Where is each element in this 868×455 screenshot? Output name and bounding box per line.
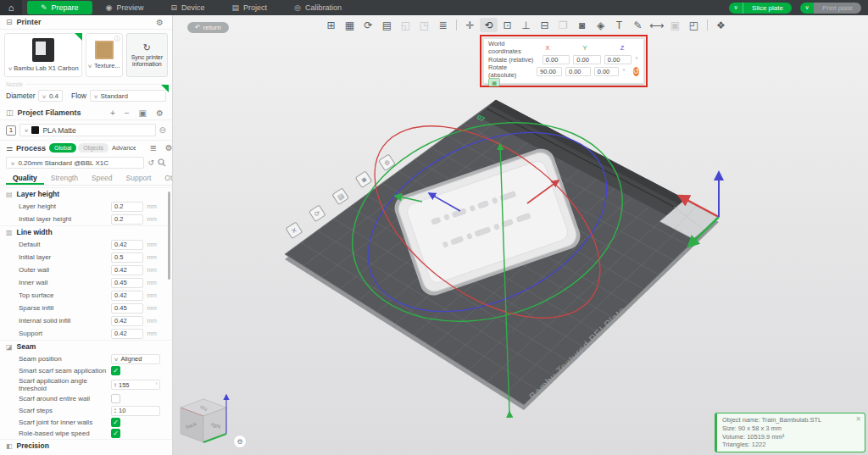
- home-button[interactable]: ⌂: [0, 0, 22, 15]
- param-input[interactable]: 0.42: [111, 265, 143, 275]
- lock-plate-icon[interactable]: ◙: [355, 171, 371, 187]
- rotate-icon[interactable]: ⟲: [480, 18, 498, 32]
- process-tools-icon[interactable]: ⚙: [163, 143, 173, 153]
- delete-plate-icon[interactable]: ✕: [286, 222, 302, 238]
- section-header[interactable]: ▤Layer height: [0, 187, 172, 200]
- filament-settings-icon[interactable]: ⚙: [153, 108, 166, 118]
- process-list-icon[interactable]: ≣: [147, 143, 159, 153]
- place-on-face-icon[interactable]: ⊥: [517, 18, 535, 32]
- spinner-arrows-icon[interactable]: ▲▼: [114, 408, 117, 413]
- measure-icon[interactable]: ⟷: [648, 18, 665, 32]
- primitive-icon[interactable]: ◈: [592, 18, 609, 32]
- section-header[interactable]: ▥Line width: [0, 225, 172, 238]
- variable-layer-height-icon[interactable]: ≣: [434, 18, 452, 32]
- world-axes-button[interactable]: ⚙: [234, 436, 247, 448]
- param-checkbox[interactable]: [111, 394, 120, 403]
- add-filament-icon[interactable]: +: [108, 108, 118, 118]
- sync-ams-icon[interactable]: ▣: [136, 108, 149, 118]
- view-cube[interactable]: back right top: [181, 395, 226, 442]
- tab-preview[interactable]: ◉Preview: [92, 1, 158, 14]
- filament-select[interactable]: ∨ PLA Matte: [19, 124, 156, 136]
- printer-select[interactable]: ∨ Bambu Lab X1 Carbon: [4, 33, 82, 77]
- param-input[interactable]: 0.45: [111, 303, 143, 314]
- tab-support[interactable]: Support: [120, 172, 159, 185]
- tab-calibration[interactable]: ◎Calibration: [281, 1, 355, 14]
- delete-filament-icon[interactable]: ⊖: [159, 125, 166, 135]
- param-label: Scarf joint for inner walls: [19, 418, 111, 427]
- printer-settings-icon[interactable]: ⚙: [153, 18, 166, 27]
- plate-settings-icon[interactable]: ▤: [332, 188, 348, 204]
- print-dropdown-icon[interactable]: ∨: [800, 3, 814, 14]
- diameter-select[interactable]: ∨ 0.4: [38, 90, 63, 102]
- param-input[interactable]: 0.45: [111, 278, 143, 288]
- orient-plate-icon[interactable]: ⟳: [309, 205, 326, 221]
- coords-input[interactable]: 0.00: [542, 55, 570, 64]
- section-header[interactable]: ◪Seam: [0, 340, 172, 352]
- scale-icon[interactable]: ⊡: [498, 18, 516, 32]
- reset-rotation-icon[interactable]: ↺: [633, 67, 639, 76]
- paint-icon[interactable]: ✎: [629, 18, 647, 32]
- add-model-icon[interactable]: ⊞: [322, 18, 340, 32]
- section-header[interactable]: ◧Precision: [0, 439, 172, 452]
- tab-quality[interactable]: Quality: [6, 172, 44, 185]
- tab-device[interactable]: ⊟Device: [157, 1, 218, 14]
- param-input[interactable]: 0.2: [111, 214, 143, 225]
- param-input[interactable]: 0.42: [111, 316, 143, 326]
- global-tab[interactable]: Global: [49, 143, 76, 153]
- tab-strength[interactable]: Strength: [44, 172, 85, 185]
- coords-input[interactable]: 0.00: [594, 67, 620, 76]
- coords-input[interactable]: 0.00: [604, 55, 632, 64]
- sidebar-scrollbar[interactable]: [168, 191, 170, 280]
- move-icon[interactable]: ✛: [461, 18, 479, 32]
- param-checkbox[interactable]: ✓: [111, 366, 120, 375]
- slice-dropdown-icon[interactable]: ∨: [729, 3, 743, 14]
- close-icon[interactable]: ✕: [855, 415, 861, 424]
- sync-printer-button[interactable]: ↻ Sync printer information: [126, 33, 168, 77]
- assembly-view-icon[interactable]: ❖: [712, 18, 730, 32]
- param-select[interactable]: ∨Aligned: [111, 354, 160, 364]
- coords-input[interactable]: 0.00: [565, 67, 591, 76]
- cut-icon[interactable]: ⊟: [536, 18, 554, 32]
- param-input[interactable]: 0.42: [111, 291, 143, 301]
- tab-prepare[interactable]: ✎Prepare: [27, 1, 92, 14]
- search-icon[interactable]: [158, 158, 166, 167]
- coords-table-icon[interactable]: ▦: [488, 78, 500, 86]
- process-preset-select[interactable]: ∨ 0.20mm Standard @BBL X1C: [6, 157, 144, 169]
- plate-type-select[interactable]: ⓘ ∨ Texture...: [86, 33, 122, 77]
- param-input[interactable]: 0.42: [111, 240, 143, 250]
- chevron-down-icon: ∨: [42, 93, 47, 99]
- mesh-boolean-icon[interactable]: ◙: [573, 18, 591, 32]
- bambu-studio-app: ⌂ ✎Prepare◉Preview⊟Device▤Project◎Calibr…: [0, 0, 868, 455]
- tab-others[interactable]: Others: [158, 172, 173, 185]
- return-button[interactable]: ↶ return: [187, 22, 229, 33]
- param-row: Role-based wipe speed✓: [0, 428, 172, 439]
- select-frame-icon[interactable]: ◰: [685, 18, 703, 32]
- add-plate-icon[interactable]: ▦: [341, 18, 359, 32]
- param-checkbox[interactable]: ✓: [111, 418, 120, 427]
- param-spinner[interactable]: ▲▼10: [111, 406, 160, 416]
- process-row: ⚌ Process Global Objects Advanced ≣ ⚙: [0, 140, 172, 155]
- viewport-3d[interactable]: 07 Bambu Textured PEI Plate ✕⟳▤◙⊚: [173, 15, 868, 455]
- chevron-down-icon: ∨: [24, 127, 29, 133]
- print-plate-button[interactable]: ∨ Print plate: [800, 3, 861, 14]
- param-input[interactable]: 0.42: [111, 329, 143, 339]
- param-input[interactable]: 0.5: [111, 252, 143, 263]
- auto-orient-icon[interactable]: ⟳: [359, 18, 377, 32]
- tab-speed[interactable]: Speed: [85, 172, 120, 185]
- coords-input[interactable]: 90.00: [537, 67, 562, 76]
- tab-project[interactable]: ▤Project: [219, 1, 281, 14]
- spinner-arrows-icon[interactable]: ▲▼: [114, 382, 117, 388]
- param-input[interactable]: 0.2: [111, 202, 143, 212]
- param-row: Seam position∨Aligned: [0, 352, 172, 365]
- flow-select[interactable]: ∨ Standard: [90, 90, 166, 102]
- add-text-icon[interactable]: T: [610, 18, 628, 32]
- coords-input[interactable]: 0.00: [573, 55, 601, 64]
- arrange-icon[interactable]: ▤: [378, 18, 396, 32]
- slice-plate-button[interactable]: ∨ Slice plate: [729, 3, 792, 14]
- objects-tab[interactable]: Objects: [78, 143, 108, 153]
- param-spinner[interactable]: ▲▼155°: [111, 380, 160, 390]
- main-tabs: ✎Prepare◉Preview⊟Device▤Project◎Calibrat…: [27, 0, 355, 15]
- param-checkbox[interactable]: ✓: [111, 429, 120, 438]
- reset-preset-icon[interactable]: ↺: [147, 158, 154, 167]
- remove-filament-icon[interactable]: −: [122, 108, 132, 118]
